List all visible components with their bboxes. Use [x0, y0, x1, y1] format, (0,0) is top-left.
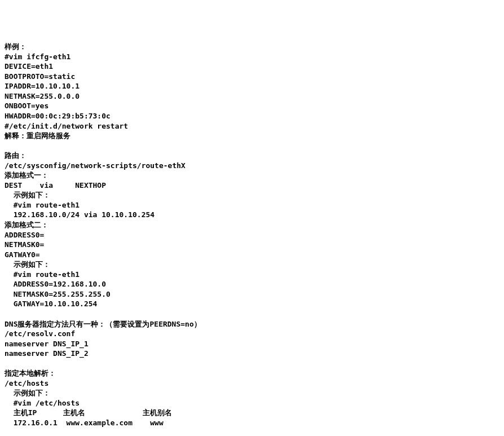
- text-line: nameserver DNS_IP_2: [5, 349, 499, 359]
- text-line: NETMASK=255.0.0.0: [5, 91, 499, 102]
- text-line: 示例如下：: [5, 388, 499, 398]
- text-line: #vim route-eth1: [5, 270, 499, 280]
- text-line: 172.16.0.1 www.example.com www: [5, 418, 499, 428]
- text-line: 主机IP 主机名 主机别名: [5, 408, 499, 418]
- text-line: 路由：: [5, 151, 499, 161]
- text-line: ONBOOT=yes: [5, 101, 499, 111]
- text-line: /etc/hosts: [5, 378, 499, 389]
- text-line: DNS服务器指定方法只有一种：（需要设置为PEERDNS=no）: [5, 319, 499, 329]
- text-line: /etc/sysconfig/network-scripts/route-eth…: [5, 161, 499, 171]
- text-line: DEVICE=eth1: [5, 61, 499, 72]
- text-line: [5, 141, 499, 151]
- text-line: 样例：: [5, 42, 499, 52]
- text-line: #vim ifcfg-eth1: [5, 52, 499, 62]
- text-line: IPADDR=10.10.10.1: [5, 81, 499, 91]
- text-line: 192.168.10.0/24 via 10.10.10.254: [5, 210, 499, 220]
- text-line: 示例如下：: [5, 259, 499, 270]
- text-line: #vim /etc/hosts: [5, 398, 499, 408]
- text-line: #/etc/init.d/network restart: [5, 121, 499, 131]
- text-line: NETMASK0=255.255.255.0: [5, 289, 499, 300]
- text-line: 指定本地解析：: [5, 368, 499, 378]
- document-body: 样例：#vim ifcfg-eth1DEVICE=eth1BOOTPROTO=s…: [5, 42, 499, 436]
- text-line: 添加格式二：: [5, 220, 499, 230]
- text-line: [5, 359, 499, 369]
- text-line: GATWAY0=: [5, 250, 499, 260]
- text-line: NETMASK0=: [5, 240, 499, 250]
- text-line: 示例如下：: [5, 190, 499, 200]
- text-line: HWADDR=00:0c:29:b5:73:0c: [5, 111, 499, 121]
- text-line: BOOTPROTO=static: [5, 72, 499, 82]
- text-line: ADDRESS0=192.168.10.0: [5, 279, 499, 289]
- text-line: [5, 309, 499, 319]
- text-line: DEST via NEXTHOP: [5, 180, 499, 191]
- text-line: /etc/resolv.conf: [5, 329, 499, 339]
- text-line: nameserver DNS_IP_1: [5, 339, 499, 349]
- text-line: GATWAY=10.10.10.254: [5, 299, 499, 309]
- text-line: 添加格式一：: [5, 170, 499, 180]
- text-line: [5, 428, 499, 436]
- text-line: #vim route-eth1: [5, 200, 499, 210]
- text-line: 解释：重启网络服务: [5, 131, 499, 141]
- text-line: ADDRESS0=: [5, 230, 499, 240]
